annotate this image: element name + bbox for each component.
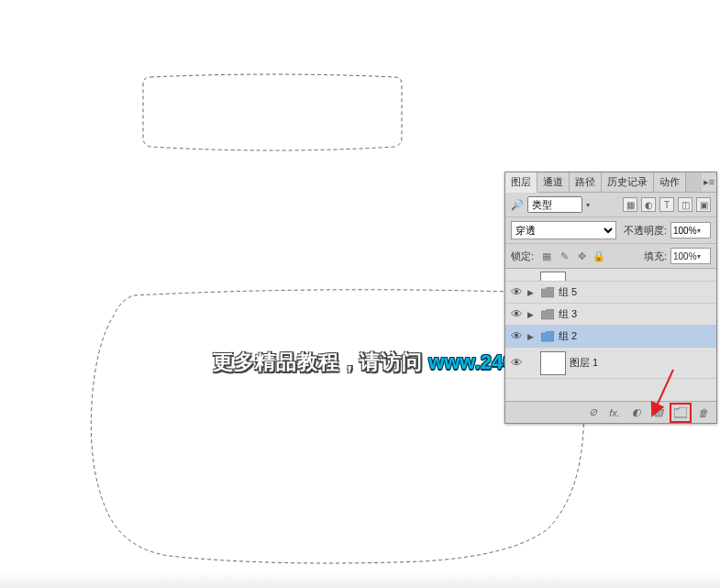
layers-panel: 图层 通道 路径 历史记录 动作 ▸≡ 🔎 ▾ ▦ ◐ T ◫ ▣ 穿透 不透明… — [504, 172, 717, 424]
layer-name: 组 2 — [559, 329, 577, 343]
lock-pixels-icon[interactable]: ✎ — [557, 249, 571, 263]
layer-name: 图层 1 — [570, 356, 598, 370]
layers-empty-area — [505, 379, 716, 401]
blend-mode-select[interactable]: 穿透 — [511, 221, 616, 239]
filter-kind-arrow[interactable]: ▾ — [586, 201, 590, 209]
tab-history[interactable]: 历史记录 — [602, 172, 654, 192]
layer-group-3[interactable]: 👁 ▶ 组 3 — [505, 304, 716, 326]
panel-tabs: 图层 通道 路径 历史记录 动作 ▸≡ — [505, 172, 716, 193]
filter-kind-input[interactable] — [527, 196, 582, 213]
filter-smart-icon[interactable]: ▣ — [696, 197, 711, 212]
layer-name: 组 3 — [559, 307, 577, 321]
visibility-icon[interactable]: 👁 — [509, 285, 524, 300]
chevron-right-icon[interactable]: ▶ — [527, 332, 537, 341]
visibility-icon[interactable]: 👁 — [509, 356, 524, 371]
tab-paths[interactable]: 路径 — [570, 172, 602, 192]
lock-label: 锁定: — [511, 250, 534, 263]
selection-marquee-top — [143, 74, 402, 150]
opacity-value[interactable]: 100%▾ — [670, 222, 711, 239]
layer-name: 组 5 — [559, 285, 577, 299]
filter-text-icon[interactable]: T — [659, 197, 674, 212]
filter-pixel-icon[interactable]: ▦ — [623, 197, 637, 212]
fx-icon[interactable]: fx. — [606, 405, 623, 420]
blend-row: 穿透 不透明度: 100%▾ — [505, 217, 716, 244]
panel-menu-icon[interactable]: ▸≡ — [702, 172, 716, 192]
watermark-comma: ， — [339, 350, 360, 373]
layer-partial[interactable]: 👁 — [505, 269, 716, 282]
lock-row: 锁定: ▦ ✎ ✥ 🔒 填充: 100%▾ — [505, 244, 716, 269]
panel-footer: ⊘ fx. ◐ ▧ 🗑 — [505, 401, 716, 423]
folder-icon — [540, 286, 555, 299]
fill-label: 填充: — [644, 250, 667, 263]
filter-adjust-icon[interactable]: ◐ — [641, 197, 656, 212]
svg-line-0 — [653, 370, 673, 414]
tab-actions[interactable]: 动作 — [654, 172, 686, 192]
layer-thumbnail — [540, 351, 566, 375]
watermark-text-2: 请访问 — [360, 350, 423, 373]
watermark-text-1: 更多精品教程 — [213, 350, 339, 373]
visibility-icon[interactable]: 👁 — [509, 329, 524, 344]
folder-icon — [540, 308, 555, 321]
visibility-icon[interactable]: 👁 — [509, 307, 524, 322]
layer-group-5[interactable]: 👁 ▶ 组 5 — [505, 282, 716, 304]
tab-layers[interactable]: 图层 — [505, 172, 537, 193]
chevron-right-icon[interactable]: ▶ — [527, 288, 537, 297]
layer-1[interactable]: 👁 图层 1 — [505, 348, 716, 379]
chevron-right-icon[interactable]: ▶ — [527, 310, 537, 319]
new-layer-icon[interactable]: 🗑 — [694, 405, 711, 420]
lock-all-icon[interactable]: 🔒 — [592, 249, 606, 263]
tab-filler — [686, 172, 702, 192]
opacity-label: 不透明度: — [624, 224, 667, 238]
layers-list: 👁 👁 ▶ 组 5 👁 ▶ 组 3 👁 ▶ 组 2 — [505, 269, 716, 401]
fill-value[interactable]: 100%▾ — [670, 248, 711, 264]
annotation-arrow — [649, 368, 677, 425]
tab-channels[interactable]: 通道 — [537, 172, 570, 192]
lock-position-icon[interactable]: ✥ — [574, 249, 589, 263]
search-icon: 🔎 — [511, 199, 524, 211]
filter-row: 🔎 ▾ ▦ ◐ T ◫ ▣ — [505, 193, 716, 217]
lock-transparent-icon[interactable]: ▦ — [539, 249, 554, 263]
layer-group-2[interactable]: 👁 ▶ 组 2 — [505, 326, 716, 348]
filter-shape-icon[interactable]: ◫ — [678, 197, 692, 212]
mask-icon[interactable]: ◐ — [628, 405, 645, 420]
link-layers-icon[interactable]: ⊘ — [584, 405, 601, 420]
folder-icon — [540, 330, 555, 343]
